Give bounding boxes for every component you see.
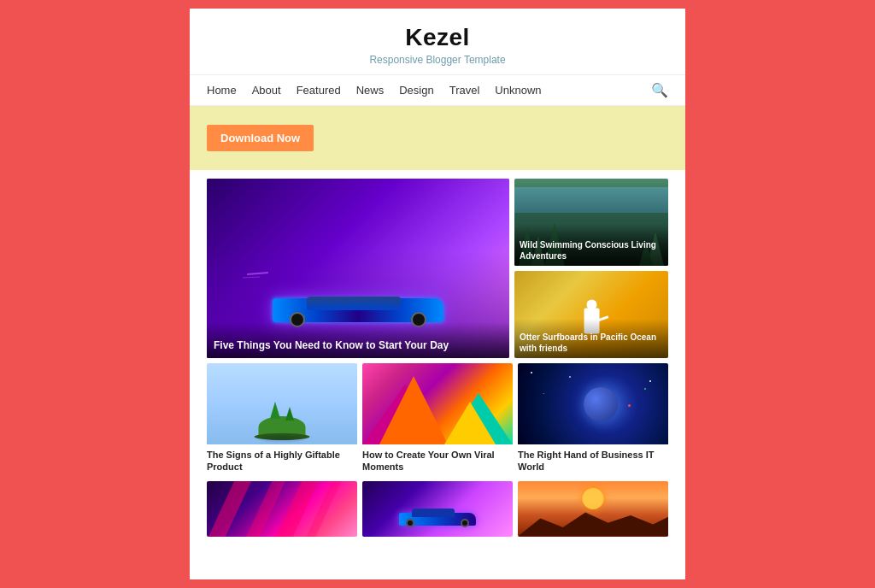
bottom-card-sunset[interactable] <box>518 481 668 537</box>
featured-grid: Five Things You Need to Know to Start Yo… <box>207 179 668 358</box>
nav-travel[interactable]: Travel <box>449 84 480 97</box>
nav-news[interactable]: News <box>356 84 385 97</box>
content-area: Five Things You Need to Know to Start Yo… <box>190 170 685 545</box>
nav-design[interactable]: Design <box>399 84 433 97</box>
small-card-space-label: The Right Hand of Business IT World <box>518 444 668 476</box>
download-button[interactable]: Download Now <box>207 125 314 151</box>
side-card-forest-caption: Wild Swimming Conscious Living Adventure… <box>514 226 668 266</box>
featured-side: Wild Swimming Conscious Living Adventure… <box>514 179 668 358</box>
small-card-island-label: The Signs of a Highly Giftable Product <box>207 444 357 476</box>
small-card-mountain-label: How to Create Your Own Viral Moments <box>362 444 513 476</box>
nav-featured[interactable]: Featured <box>297 84 341 97</box>
side-card-forest[interactable]: Wild Swimming Conscious Living Adventure… <box>514 179 668 266</box>
main-container: Kezel Responsive Blogger Template Home A… <box>190 9 685 579</box>
side-card-beach[interactable]: Otter Surfboards in Pacific Ocean with f… <box>514 271 668 358</box>
nav-links: Home About Featured News Design Travel U… <box>207 84 651 97</box>
search-icon[interactable]: 🔍 <box>651 82 668 98</box>
nav-about[interactable]: About <box>252 84 281 97</box>
bottom-grid <box>207 481 668 537</box>
bottom-card-stripes[interactable] <box>207 481 357 537</box>
small-grid: The Signs of a Highly Giftable Product H… <box>207 363 668 476</box>
bottom-card-car[interactable] <box>362 481 513 537</box>
side-card-beach-caption: Otter Surfboards in Pacific Ocean with f… <box>514 319 668 358</box>
nav-bar: Home About Featured News Design Travel U… <box>190 75 685 106</box>
small-card-space[interactable]: The Right Hand of Business IT World <box>518 363 668 476</box>
site-title: Kezel <box>207 24 668 51</box>
nav-home[interactable]: Home <box>207 84 237 97</box>
featured-caption: Five Things You Need to Know to Start Yo… <box>207 322 509 358</box>
header: Kezel Responsive Blogger Template <box>190 9 685 75</box>
small-card-mountain[interactable]: How to Create Your Own Viral Moments <box>362 363 513 476</box>
nav-unknown[interactable]: Unknown <box>495 84 541 97</box>
small-card-island[interactable]: The Signs of a Highly Giftable Product <box>207 363 357 476</box>
banner: Download Now <box>190 106 685 170</box>
featured-main-card[interactable]: Five Things You Need to Know to Start Yo… <box>207 179 509 358</box>
site-subtitle: Responsive Blogger Template <box>207 54 668 66</box>
